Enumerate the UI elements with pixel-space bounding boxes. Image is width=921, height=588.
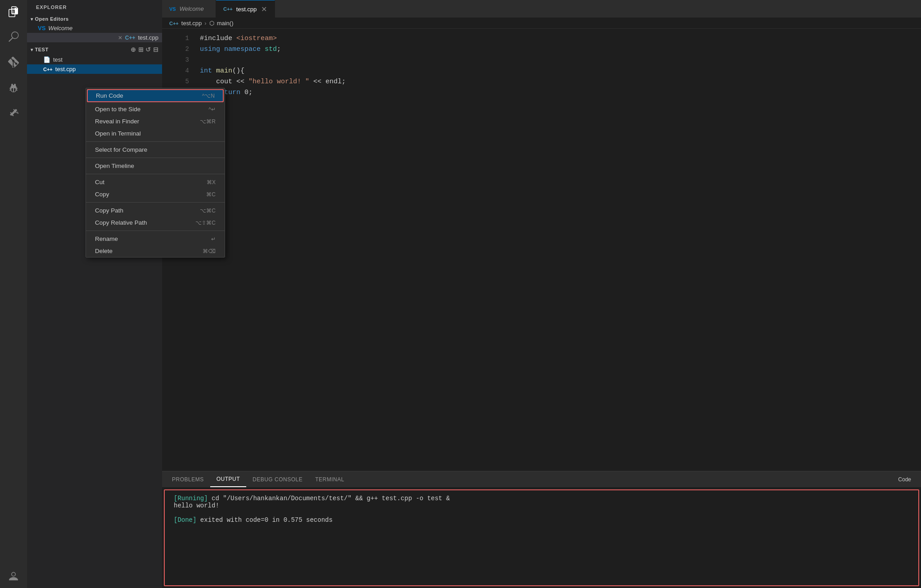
collapse-icon[interactable]: ⊟: [153, 46, 159, 53]
menu-item-delete[interactable]: Delete ⌘⌫: [86, 245, 225, 257]
code-content-4: int main(){: [200, 66, 912, 77]
copy-relative-label: Copy Relative Path: [95, 219, 147, 226]
code-line-5: 5 cout << "hello world! " << endl;: [162, 77, 921, 87]
breadcrumb-file[interactable]: test.cpp: [181, 20, 202, 27]
menu-sep-3: [86, 174, 225, 174]
open-editors-arrow: ▾: [31, 17, 33, 22]
tab-terminal[interactable]: TERMINAL: [309, 471, 351, 487]
code-line-2: 2 using namespace std;: [162, 44, 921, 55]
done-prefix: [Done]: [174, 516, 196, 524]
menu-item-reveal-finder[interactable]: Reveal in Finder ⌥⌘R: [86, 115, 225, 127]
breadcrumb-sep: ›: [204, 20, 206, 27]
tab-debug-console[interactable]: DEBUG CONSOLE: [246, 471, 309, 487]
menu-sep-5: [86, 231, 225, 231]
run-code-shortcut: ^⌥N: [202, 93, 215, 99]
explorer-icon[interactable]: [5, 4, 22, 20]
test-cpp-sidebar-icon: C++: [43, 67, 53, 72]
tab-close-button[interactable]: ✕: [260, 5, 267, 13]
activity-bar: [0, 0, 27, 588]
open-file-test-cpp[interactable]: ✕ C++ test.cpp: [27, 33, 162, 42]
tab-output[interactable]: OUTPUT: [210, 471, 246, 487]
line-num-1: 1: [171, 33, 189, 43]
new-file-icon[interactable]: ⊕: [131, 46, 136, 53]
account-icon[interactable]: [5, 568, 22, 584]
open-side-shortcut: ^↵: [208, 106, 216, 113]
menu-item-copy-relative[interactable]: Copy Relative Path ⌥⇧⌘C: [86, 217, 225, 229]
done-suffix: exited with code=0 in 0.575 seconds: [196, 516, 332, 524]
cut-label: Cut: [95, 179, 104, 185]
output-line-3: [174, 509, 909, 516]
open-file-welcome[interactable]: VS Welcome: [27, 23, 162, 33]
code-content-7: }: [200, 98, 912, 109]
welcome-tab-label: Welcome: [180, 5, 204, 12]
code-line-6: 6 return 0;: [162, 87, 921, 98]
menu-item-cut[interactable]: Cut ⌘X: [86, 176, 225, 188]
menu-item-open-timeline[interactable]: Open Timeline: [86, 160, 225, 172]
hello-world-output: hello world!: [174, 502, 219, 509]
tab-problems[interactable]: PROBLEMS: [166, 471, 210, 487]
code-content-3: [200, 55, 912, 66]
test-cpp-tab-label: test.cpp: [236, 6, 257, 13]
menu-sep-4: [86, 202, 225, 203]
menu-item-open-side[interactable]: Open to the Side ^↵: [86, 103, 225, 115]
menu-item-run-code[interactable]: Run Code ^⌥N: [87, 89, 224, 102]
rename-label: Rename: [95, 235, 118, 242]
line-num-4: 4: [171, 66, 189, 76]
test-file-label: test: [53, 56, 63, 63]
output-line-2: hello world!: [174, 502, 909, 509]
line-num-3: 3: [171, 55, 189, 65]
menu-sep-1: [86, 141, 225, 142]
menu-item-copy-path[interactable]: Copy Path ⌥⌘C: [86, 204, 225, 217]
cut-shortcut: ⌘X: [207, 179, 216, 185]
menu-item-rename[interactable]: Rename ↵: [86, 233, 225, 245]
open-side-label: Open to the Side: [95, 106, 140, 113]
copy-label: Copy: [95, 191, 109, 198]
code-content-5: cout << "hello world! " << endl;: [200, 77, 912, 87]
test-folder-section: ▾ TEST ⊕ ⊞ ↺ ⊟ 📄 test C++ test.cpp: [27, 44, 162, 76]
code-line-1: 1 #include <iostream>: [162, 33, 921, 44]
open-editors-title[interactable]: ▾ Open Editors: [27, 14, 162, 23]
menu-item-select-compare[interactable]: Select for Compare: [86, 144, 225, 156]
search-icon[interactable]: [5, 29, 22, 45]
delete-label: Delete: [95, 248, 113, 254]
file-icon: 📄: [43, 56, 50, 63]
test-cpp-sidebar-label: test.cpp: [55, 66, 76, 72]
tab-welcome[interactable]: VS Welcome: [162, 0, 216, 18]
test-cpp-label: test.cpp: [138, 34, 158, 41]
tab-test-cpp[interactable]: C++ test.cpp ✕: [216, 0, 275, 18]
sidebar-item-test[interactable]: 📄 test: [27, 55, 162, 64]
test-folder-arrow: ▾: [31, 47, 33, 52]
welcome-label: Welcome: [48, 25, 72, 32]
breadcrumb-symbol-icon: ⬡: [209, 20, 214, 27]
output-line-1: [Running] cd "/Users/hankankan/Documents…: [174, 495, 909, 502]
extensions-icon[interactable]: [5, 104, 22, 121]
refresh-icon[interactable]: ↺: [145, 46, 151, 53]
menu-item-open-terminal[interactable]: Open in Terminal: [86, 127, 225, 140]
editor-area[interactable]: 1 #include <iostream> 2 using namespace …: [162, 29, 921, 471]
tabs-bar: VS Welcome C++ test.cpp ✕: [162, 0, 921, 18]
code-content-2: using namespace std;: [200, 44, 912, 55]
bottom-panel: PROBLEMS OUTPUT DEBUG CONSOLE TERMINAL C…: [162, 471, 921, 588]
test-cpp-tab-icon: C++: [223, 6, 233, 12]
menu-item-copy[interactable]: Copy ⌘C: [86, 188, 225, 200]
panel-output-content: [Running] cd "/Users/hankankan/Documents…: [164, 489, 919, 586]
debug-icon[interactable]: [5, 79, 22, 95]
code-line-3: 3: [162, 55, 921, 66]
cpp-icon: C++: [125, 35, 135, 41]
breadcrumb: C++ test.cpp › ⬡ main(): [162, 18, 921, 29]
sidebar-item-test-cpp[interactable]: C++ test.cpp: [27, 64, 162, 74]
delete-shortcut: ⌘⌫: [203, 248, 216, 254]
copy-path-label: Copy Path: [95, 207, 123, 214]
breadcrumb-file-icon: C++: [169, 21, 179, 26]
open-editors-section: ▾ Open Editors VS Welcome ✕ C++ test.cpp: [27, 14, 162, 44]
git-icon[interactable]: [5, 54, 22, 70]
code-line-7: 7 }: [162, 98, 921, 109]
welcome-tab-icon: VS: [169, 6, 176, 12]
test-folder-title[interactable]: ▾ TEST ⊕ ⊞ ↺ ⊟: [27, 44, 162, 55]
new-folder-icon[interactable]: ⊞: [138, 46, 144, 53]
close-test-icon[interactable]: ✕: [118, 35, 122, 41]
test-folder-label: TEST: [35, 47, 49, 52]
open-terminal-label: Open in Terminal: [95, 130, 141, 137]
breadcrumb-symbol[interactable]: main(): [217, 20, 234, 27]
copy-shortcut: ⌘C: [206, 191, 216, 198]
